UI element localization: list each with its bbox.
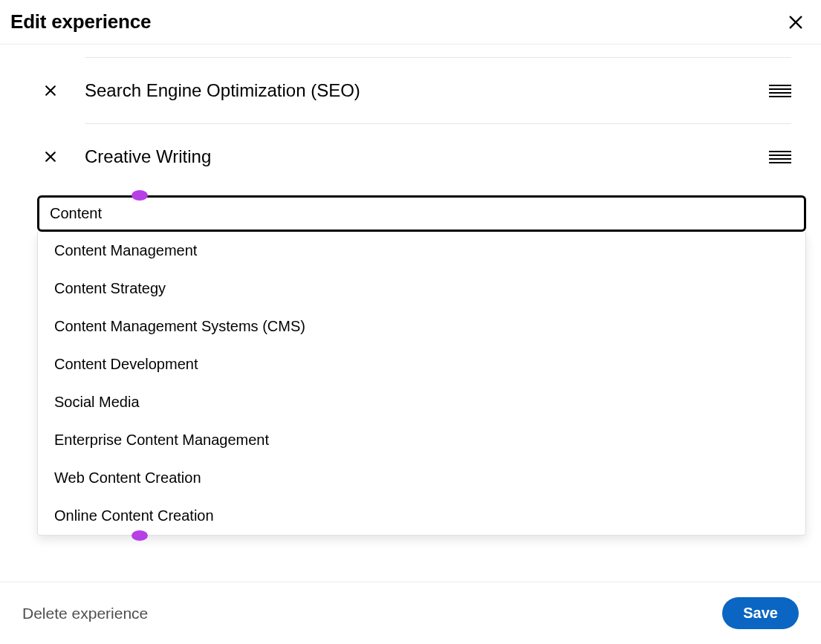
- skill-input[interactable]: [37, 195, 806, 232]
- edit-experience-modal: Edit experience Search Engine Optimizati…: [0, 0, 821, 644]
- suggestion-item[interactable]: Content Management Systems (CMS): [38, 308, 805, 345]
- close-icon: [788, 14, 804, 30]
- drag-handle[interactable]: [769, 151, 791, 163]
- suggestion-item[interactable]: Online Content Creation: [38, 497, 805, 535]
- drag-line-icon: [769, 155, 791, 156]
- skill-name: Search Engine Optimization (SEO): [64, 80, 769, 101]
- drag-line-icon: [769, 158, 791, 160]
- suggestion-item[interactable]: Enterprise Content Management: [38, 421, 805, 459]
- modal-header: Edit experience: [0, 0, 821, 45]
- modal-footer: Delete experience Save: [0, 582, 821, 644]
- close-icon: [43, 83, 58, 98]
- suggestion-item[interactable]: Content Management: [38, 232, 805, 270]
- suggestion-item[interactable]: Social Media: [38, 383, 805, 421]
- close-button[interactable]: [785, 12, 806, 33]
- suggestions-list[interactable]: Content Management Content Strategy Cont…: [38, 232, 805, 535]
- remove-skill-button[interactable]: [37, 149, 64, 164]
- text-caret-handle-icon: [132, 530, 148, 541]
- drag-line-icon: [769, 88, 791, 90]
- drag-line-icon: [769, 92, 791, 94]
- text-caret-handle-icon: [132, 190, 148, 201]
- close-icon: [43, 149, 58, 164]
- suggestions-dropdown: Content Management Content Strategy Cont…: [37, 232, 806, 536]
- suggestion-item[interactable]: Content Strategy: [38, 270, 805, 308]
- modal-title: Edit experience: [10, 10, 151, 33]
- skill-row: Search Engine Optimization (SEO): [37, 58, 806, 123]
- drag-handle[interactable]: [769, 85, 791, 97]
- save-button[interactable]: Save: [722, 597, 799, 629]
- drag-line-icon: [769, 85, 791, 86]
- skill-row: Creative Writing: [37, 124, 806, 189]
- skill-name: Creative Writing: [64, 146, 769, 167]
- suggestion-item[interactable]: Content Development: [38, 345, 805, 383]
- delete-experience-link[interactable]: Delete experience: [22, 605, 148, 622]
- drag-line-icon: [769, 151, 791, 152]
- skill-divider: [85, 45, 791, 58]
- skills-list: Search Engine Optimization (SEO): [37, 45, 806, 189]
- drag-line-icon: [769, 96, 791, 97]
- drag-line-icon: [769, 162, 791, 163]
- skill-input-container: Content Management Content Strategy Cont…: [37, 195, 806, 536]
- suggestion-item[interactable]: Web Content Creation: [38, 459, 805, 497]
- remove-skill-button[interactable]: [37, 83, 64, 98]
- modal-body[interactable]: Search Engine Optimization (SEO): [0, 45, 821, 582]
